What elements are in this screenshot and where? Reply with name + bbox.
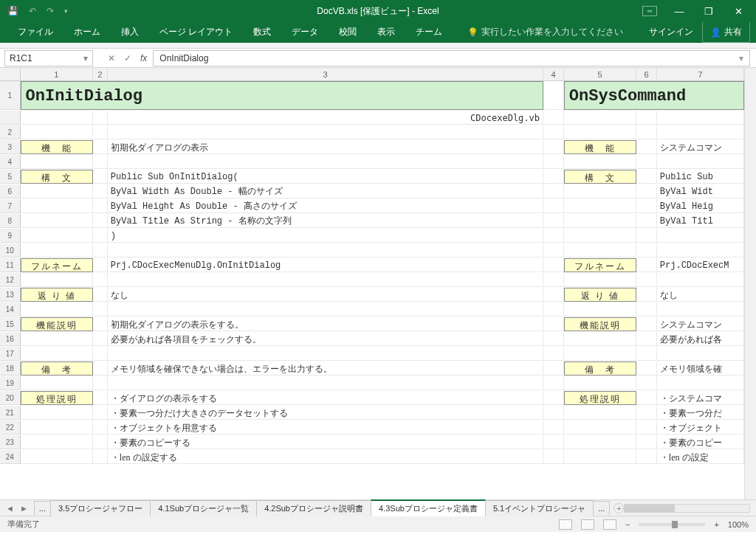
- name-box[interactable]: R1C1 ▾: [4, 50, 93, 66]
- horizontal-scrollbar[interactable]: [624, 504, 750, 513]
- cell[interactable]: [21, 406, 93, 420]
- sheet-tab-active[interactable]: 4.3Subプロシージャ定義書: [371, 499, 486, 516]
- tab-home[interactable]: ホーム: [63, 21, 111, 43]
- row-header[interactable]: 1: [0, 81, 21, 110]
- cell[interactable]: [564, 406, 636, 420]
- cell[interactable]: [636, 302, 657, 317]
- cell[interactable]: [93, 406, 108, 420]
- cell[interactable]: [657, 376, 744, 390]
- cell[interactable]: [564, 435, 636, 449]
- cell[interactable]: [636, 243, 657, 257]
- cell[interactable]: [636, 273, 657, 287]
- cell[interactable]: [108, 273, 543, 287]
- cell[interactable]: [93, 214, 108, 228]
- cell-label[interactable]: 備 考: [564, 362, 637, 376]
- cell[interactable]: [657, 125, 744, 139]
- cell[interactable]: [564, 125, 636, 139]
- view-normal-icon[interactable]: [559, 519, 572, 530]
- col-header[interactable]: 1: [21, 68, 93, 80]
- cell[interactable]: 必要があれば各: [657, 332, 744, 346]
- cell-label[interactable]: 備 考: [21, 362, 94, 376]
- cell[interactable]: [543, 155, 564, 169]
- cell[interactable]: [564, 243, 636, 257]
- redo-icon[interactable]: ↷: [47, 6, 54, 16]
- cell[interactable]: ・len の設定: [657, 450, 744, 464]
- row-header[interactable]: 12: [0, 273, 21, 287]
- cell[interactable]: ByVal Widt: [657, 184, 744, 198]
- row-header[interactable]: 21: [0, 406, 21, 420]
- cell[interactable]: [543, 362, 564, 376]
- cell[interactable]: ・要素一つ分だ: [657, 406, 744, 420]
- cell[interactable]: システムコマン: [657, 317, 744, 331]
- cell[interactable]: [93, 288, 108, 302]
- cell[interactable]: [93, 140, 108, 154]
- cell-subfile[interactable]: CDocexeDlg.vb: [108, 111, 543, 125]
- cell[interactable]: Prj.CDocExecM: [657, 258, 744, 272]
- minimize-icon[interactable]: ―: [672, 6, 687, 17]
- tab-file[interactable]: ファイル: [7, 21, 63, 43]
- row-header[interactable]: 15: [0, 317, 21, 331]
- cell[interactable]: [636, 229, 657, 243]
- cell[interactable]: [93, 421, 108, 435]
- cell[interactable]: [93, 450, 108, 464]
- cell[interactable]: [93, 376, 108, 390]
- cell[interactable]: [21, 111, 93, 125]
- row-header[interactable]: 6: [0, 184, 21, 198]
- sheet-tab[interactable]: 5.1イベントプロシージャ: [485, 500, 594, 516]
- cell[interactable]: Public Sub: [657, 170, 744, 184]
- cell[interactable]: [636, 362, 657, 376]
- cell[interactable]: [93, 111, 108, 125]
- tell-me[interactable]: 💡 実行したい作業を入力してください: [457, 21, 633, 43]
- cell[interactable]: [93, 435, 108, 449]
- cell[interactable]: [93, 184, 108, 198]
- cell-label[interactable]: 処理説明: [564, 391, 637, 405]
- cell[interactable]: [543, 229, 564, 243]
- cell-label[interactable]: 機能説明: [21, 317, 94, 331]
- cell[interactable]: [564, 376, 636, 390]
- cell[interactable]: [564, 199, 636, 213]
- cell[interactable]: [93, 347, 108, 361]
- cell[interactable]: [21, 347, 93, 361]
- view-layout-icon[interactable]: [581, 519, 594, 530]
- zoom-out-icon[interactable]: −: [625, 520, 630, 529]
- row-header[interactable]: [0, 111, 21, 125]
- cell[interactable]: [636, 184, 657, 198]
- cell[interactable]: ByVal Width As Double - 幅のサイズ: [108, 184, 543, 198]
- row-header[interactable]: 10: [0, 243, 21, 257]
- cell[interactable]: [636, 155, 657, 169]
- enter-icon[interactable]: ✓: [124, 53, 131, 63]
- cell[interactable]: [636, 376, 657, 390]
- cell[interactable]: [93, 125, 108, 139]
- cell[interactable]: [657, 243, 744, 257]
- cell[interactable]: [657, 229, 744, 243]
- sheet-prev-icon[interactable]: ◄: [6, 504, 14, 513]
- sheet-tab-more-right[interactable]: ...: [593, 501, 610, 515]
- cell[interactable]: [21, 184, 93, 198]
- cell[interactable]: ): [108, 229, 543, 243]
- cell[interactable]: ・要素一つ分だけ大きさのデータセットする: [108, 406, 543, 420]
- tab-layout[interactable]: ページ レイアウト: [149, 21, 243, 43]
- cell[interactable]: [564, 347, 636, 361]
- chevron-down-icon[interactable]: ▾: [83, 53, 88, 63]
- cell[interactable]: [21, 155, 93, 169]
- row-header[interactable]: 23: [0, 435, 21, 449]
- cell[interactable]: [543, 184, 564, 198]
- cell[interactable]: [108, 376, 543, 390]
- cell[interactable]: Public Sub OnInitDialog(: [108, 170, 543, 184]
- row-header[interactable]: 17: [0, 347, 21, 361]
- cell[interactable]: メモリ領域を確: [657, 362, 744, 376]
- cell[interactable]: [543, 435, 564, 449]
- cell[interactable]: [21, 332, 93, 346]
- select-all-corner[interactable]: [0, 68, 21, 80]
- cell[interactable]: [108, 302, 543, 317]
- cell[interactable]: ・ダイアログの表示をする: [108, 391, 543, 405]
- signin-link[interactable]: サインイン: [640, 21, 702, 43]
- cell[interactable]: ByVal Height As Double - 高さのサイズ: [108, 199, 543, 213]
- cell-label[interactable]: 返 り 値: [21, 288, 94, 302]
- cell[interactable]: [543, 170, 564, 184]
- fx-icon[interactable]: fx: [140, 53, 147, 63]
- formula-input[interactable]: OnInitDialog ▾: [153, 50, 750, 66]
- cell[interactable]: [636, 258, 657, 272]
- cell[interactable]: [564, 273, 636, 287]
- cell[interactable]: ・オブジェクト: [657, 421, 744, 435]
